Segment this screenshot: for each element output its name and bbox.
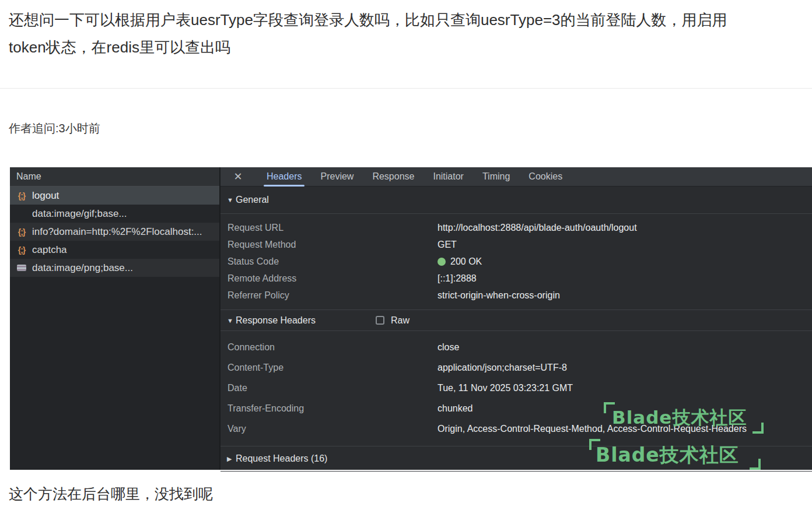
- header-value-text: close: [438, 342, 459, 353]
- json-file-icon: {;}: [15, 190, 28, 202]
- request-name-label: captcha: [32, 244, 67, 256]
- image-file-icon: [15, 262, 28, 274]
- header-label: Request URL: [220, 223, 438, 233]
- header-kv-row: DateTue, 11 Nov 2025 03:23:21 GMT: [220, 378, 812, 398]
- footer-comment: 这个方法在后台哪里，没找到呢: [9, 484, 213, 504]
- header-label: Content-Type: [220, 363, 438, 373]
- request-headers-section-title: Request Headers (16): [236, 453, 327, 464]
- watermark-bracket-icon: [604, 402, 615, 413]
- raw-toggle: Raw: [376, 310, 410, 330]
- header-label: Transfer-Encoding: [220, 403, 438, 414]
- network-list-empty-area: [10, 277, 219, 470]
- general-section-header[interactable]: ▼ General: [220, 187, 812, 214]
- tab-timing[interactable]: Timing: [473, 167, 519, 187]
- header-value-text: strict-origin-when-cross-origin: [438, 290, 560, 301]
- json-braces-icon: {;}: [18, 191, 26, 201]
- header-label: Referrer Policy: [220, 290, 438, 301]
- network-request-row[interactable]: data:image/gif;base...: [10, 205, 219, 223]
- header-value: http://localhost:2888/api/blade-auth/oau…: [438, 223, 637, 233]
- raw-checkbox[interactable]: [376, 316, 384, 325]
- response-headers-section-title: Response Headers: [236, 315, 316, 326]
- json-file-icon: {;}: [15, 226, 28, 238]
- header-value-text: Tue, 11 Nov 2025 03:23:21 GMT: [438, 383, 573, 393]
- close-icon[interactable]: ✕: [228, 170, 248, 183]
- header-label: Remote Address: [220, 273, 438, 284]
- request-name-label: info?domain=http:%2F%2Flocalhost:...: [32, 226, 202, 238]
- tab-initiator[interactable]: Initiator: [424, 167, 473, 187]
- header-value: 200 OK: [438, 256, 482, 267]
- devtools-screenshot: Name {;}logoutdata:image/gif;base...{;}i…: [10, 167, 812, 470]
- header-label: Date: [220, 383, 438, 393]
- question-line-2: token状态，在redis里可以查出吗: [9, 34, 803, 61]
- header-label: Connection: [220, 342, 438, 353]
- header-value: [::1]:2888: [438, 273, 477, 284]
- header-label: Status Code: [220, 256, 438, 267]
- section-divider: [0, 88, 812, 89]
- tab-cookies[interactable]: Cookies: [519, 167, 572, 187]
- detail-tabs: HeadersPreviewResponseInitiatorTimingCoo…: [257, 167, 572, 187]
- header-value-text: application/json;charset=UTF-8: [438, 363, 567, 373]
- header-value: strict-origin-when-cross-origin: [438, 290, 560, 301]
- header-label: Vary: [220, 424, 438, 434]
- raw-checkbox-label: Raw: [391, 315, 410, 326]
- watermark-text: Blade技术社区: [612, 406, 747, 430]
- status-ok-dot-icon: [438, 258, 446, 266]
- network-request-row[interactable]: {;}info?domain=http:%2F%2Flocalhost:...: [10, 223, 219, 241]
- tab-preview[interactable]: Preview: [311, 167, 363, 187]
- network-request-row[interactable]: {;}captcha: [10, 241, 219, 259]
- network-name-column-header[interactable]: Name: [10, 167, 219, 187]
- network-request-row[interactable]: data:image/png;base...: [10, 259, 219, 277]
- network-requests-panel: Name {;}logoutdata:image/gif;base...{;}i…: [10, 167, 220, 470]
- question-text: 还想问一下可以根据用户表uesrType字段查询登录人数吗，比如只查询uesrT…: [9, 6, 803, 61]
- request-name-label: logout: [32, 190, 59, 202]
- header-value: application/json;charset=UTF-8: [438, 363, 567, 373]
- header-kv-row: Referrer Policystrict-origin-when-cross-…: [220, 287, 812, 304]
- response-headers-section-header[interactable]: ▼ Response Headers Raw: [220, 309, 812, 331]
- expander-down-icon: ▼: [227, 317, 236, 324]
- header-kv-row: Request URLhttp://localhost:2888/api/bla…: [220, 219, 812, 236]
- header-value-text: chunked: [438, 403, 473, 414]
- watermark-bracket-icon: [752, 423, 764, 434]
- json-braces-icon: {;}: [18, 245, 26, 255]
- header-value-text: GET: [438, 240, 457, 250]
- expander-down-icon: ▼: [227, 196, 236, 203]
- header-value: GET: [438, 240, 457, 250]
- header-value: chunked: [438, 403, 473, 414]
- watermark-text: Blade技术社区: [596, 442, 739, 469]
- json-file-icon: {;}: [15, 244, 28, 256]
- header-kv-row: Status Code200 OK: [220, 253, 812, 270]
- header-value: close: [438, 342, 459, 353]
- header-kv-row: Request MethodGET: [220, 236, 812, 253]
- question-line-1: 还想问一下可以根据用户表uesrType字段查询登录人数吗，比如只查询uesrT…: [9, 6, 803, 34]
- devtools-tab-bar: ✕ HeadersPreviewResponseInitiatorTimingC…: [220, 167, 812, 187]
- json-braces-icon: {;}: [18, 227, 26, 237]
- header-kv-row: Content-Typeapplication/json;charset=UTF…: [220, 357, 812, 378]
- expander-right-icon: ▶: [227, 455, 236, 463]
- image-thumbnail-icon: [17, 265, 26, 271]
- tab-headers[interactable]: Headers: [257, 167, 311, 187]
- general-rows: Request URLhttp://localhost:2888/api/bla…: [220, 214, 812, 309]
- request-name-label: data:image/gif;base...: [32, 208, 127, 220]
- header-kv-row: Connectionclose: [220, 337, 812, 357]
- network-request-list: {;}logoutdata:image/gif;base...{;}info?d…: [10, 187, 219, 277]
- followup-meta: 作者追问:3小时前: [9, 121, 100, 136]
- header-value-text: [::1]:2888: [438, 273, 477, 284]
- request-name-label: data:image/png;base...: [32, 262, 133, 274]
- watermark-bracket-icon: [589, 439, 600, 450]
- tab-response[interactable]: Response: [363, 167, 424, 187]
- header-value: Tue, 11 Nov 2025 03:23:21 GMT: [438, 383, 573, 393]
- header-value-text: http://localhost:2888/api/blade-auth/oau…: [438, 223, 637, 233]
- header-label: Request Method: [220, 240, 438, 250]
- header-kv-row: Remote Address[::1]:2888: [220, 270, 812, 287]
- watermark-bracket-icon: [750, 459, 761, 470]
- header-value-text: 200 OK: [450, 256, 482, 267]
- general-section-title: General: [236, 195, 269, 205]
- network-request-row[interactable]: {;}logout: [10, 187, 219, 205]
